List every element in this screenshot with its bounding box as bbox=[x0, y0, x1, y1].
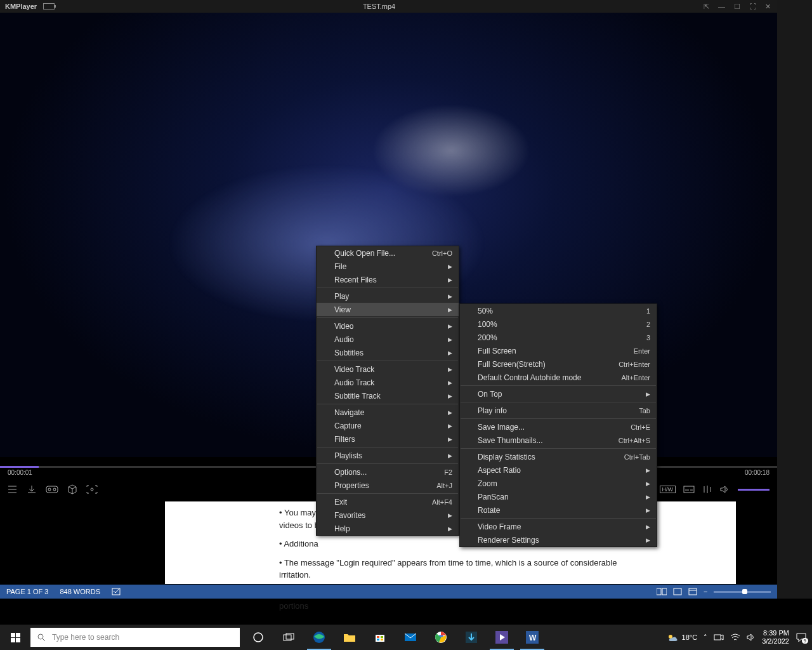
tray-chevron-icon[interactable]: ˄ bbox=[704, 633, 707, 642]
microsoft-store-icon[interactable] bbox=[365, 625, 395, 650]
word-web-layout-icon[interactable] bbox=[688, 588, 697, 595]
view-item-zoom[interactable]: Zoom▶ bbox=[460, 477, 657, 490]
view-item-save-image[interactable]: Save Image...Ctrl+E bbox=[460, 420, 657, 434]
menu-item-help[interactable]: Help▶ bbox=[317, 522, 459, 535]
tray-meet-now-icon[interactable] bbox=[714, 633, 724, 641]
menu-item-subtitles[interactable]: Subtitles▶ bbox=[317, 346, 459, 359]
menu-item-label: PanScan bbox=[478, 493, 509, 501]
menu-item-navigate[interactable]: Navigate▶ bbox=[317, 406, 459, 419]
word-read-mode-icon[interactable] bbox=[657, 588, 667, 595]
menu-item-label: View bbox=[334, 305, 351, 314]
view-item-save-thumbnails[interactable]: Save Thumbnails...Ctrl+Alt+S bbox=[460, 434, 657, 447]
start-button[interactable] bbox=[0, 625, 30, 650]
menu-item-audio-track[interactable]: Audio Track▶ bbox=[317, 376, 459, 389]
menu-item-shortcut: Ctrl+O bbox=[432, 249, 452, 257]
view-item-video-frame[interactable]: Video Frame▶ bbox=[460, 520, 657, 533]
menu-item-recent-files[interactable]: Recent Files▶ bbox=[317, 273, 459, 286]
menu-item-quick-open-file[interactable]: Quick Open File...Ctrl+O bbox=[317, 246, 459, 260]
menu-item-capture[interactable]: Capture▶ bbox=[317, 419, 459, 432]
menu-item-exit[interactable]: ExitAlt+F4 bbox=[317, 495, 459, 508]
view-item-rotate[interactable]: Rotate▶ bbox=[460, 503, 657, 517]
submenu-arrow-icon: ▶ bbox=[448, 512, 452, 519]
edge-browser-icon[interactable] bbox=[304, 625, 334, 650]
menu-item-label: Audio bbox=[334, 335, 354, 344]
menu-item-label: Recent Files bbox=[334, 275, 377, 284]
word-zoom-slider[interactable] bbox=[714, 591, 771, 593]
word-print-layout-icon[interactable] bbox=[673, 588, 682, 595]
view-item-panscan[interactable]: PanScan▶ bbox=[460, 490, 657, 503]
menu-separator bbox=[461, 448, 656, 449]
cortana-icon[interactable] bbox=[244, 625, 273, 650]
view-item-default-control-autohide-mode[interactable]: Default Control Autohide modeAlt+Enter bbox=[460, 371, 657, 384]
equalizer-icon[interactable] bbox=[702, 485, 712, 494]
tray-volume-icon[interactable] bbox=[747, 633, 756, 641]
weather-widget[interactable]: 18°C bbox=[667, 632, 698, 643]
menu-item-play[interactable]: Play▶ bbox=[317, 289, 459, 303]
tray-clock[interactable]: 8:39 PM 3/2/2022 bbox=[762, 629, 789, 646]
playlist-icon[interactable] bbox=[8, 485, 18, 494]
menu-item-view[interactable]: View▶ bbox=[317, 303, 459, 316]
menu-item-label: Video Track bbox=[334, 365, 374, 374]
download-icon[interactable] bbox=[27, 485, 37, 494]
view-item-aspect-ratio[interactable]: Aspect Ratio▶ bbox=[460, 463, 657, 477]
vr-icon[interactable] bbox=[46, 486, 58, 493]
submenu-arrow-icon: ▶ bbox=[448, 323, 452, 329]
fullscreen-icon[interactable]: ⛶ bbox=[749, 3, 756, 11]
kmplayer-taskbar-icon[interactable] bbox=[487, 625, 516, 650]
minimize-icon[interactable]: — bbox=[718, 3, 725, 11]
volume-slider[interactable] bbox=[738, 489, 769, 491]
menu-item-subtitle-track[interactable]: Subtitle Track▶ bbox=[317, 389, 459, 402]
word-page-indicator[interactable]: PAGE 1 OF 3 bbox=[6, 588, 48, 595]
menu-item-filters[interactable]: Filters▶ bbox=[317, 432, 459, 446]
menu-item-video-track[interactable]: Video Track▶ bbox=[317, 362, 459, 376]
close-icon[interactable]: ✕ bbox=[765, 3, 771, 11]
app-icon[interactable] bbox=[457, 625, 486, 650]
menu-item-label: Video bbox=[334, 322, 353, 331]
menu-item-video[interactable]: Video▶ bbox=[317, 319, 459, 333]
tray-date-text: 3/2/2022 bbox=[762, 637, 789, 646]
cube-icon[interactable] bbox=[67, 484, 77, 494]
word-proofing-icon[interactable] bbox=[112, 587, 122, 596]
tray-wifi-icon[interactable] bbox=[730, 633, 740, 641]
volume-icon[interactable] bbox=[720, 485, 730, 494]
tray-time-text: 8:39 PM bbox=[762, 629, 789, 637]
menu-item-playlists[interactable]: Playlists▶ bbox=[317, 449, 459, 462]
maximize-icon[interactable]: ☐ bbox=[734, 3, 740, 11]
view-item-200[interactable]: 200%3 bbox=[460, 331, 657, 344]
taskbar-search-input[interactable]: Type here to search bbox=[30, 628, 240, 647]
submenu-arrow-icon: ▶ bbox=[448, 350, 452, 356]
notifications-icon[interactable]: 9 bbox=[796, 632, 807, 642]
task-view-icon[interactable] bbox=[274, 625, 303, 650]
menu-separator bbox=[317, 493, 458, 494]
view-item-renderer-settings[interactable]: Renderer Settings▶ bbox=[460, 533, 657, 547]
view-item-display-statistics[interactable]: Display StatisticsCtrl+Tab bbox=[460, 450, 657, 463]
search-placeholder-text: Type here to search bbox=[52, 633, 119, 642]
menu-item-label: Default Control Autohide mode bbox=[478, 373, 581, 382]
word-zoom-out-icon[interactable]: − bbox=[704, 588, 707, 595]
view-item-on-top[interactable]: On Top▶ bbox=[460, 387, 657, 401]
svg-rect-38 bbox=[714, 635, 721, 640]
hw-badge-icon[interactable]: H/W bbox=[660, 486, 676, 493]
view-item-50[interactable]: 50%1 bbox=[460, 304, 657, 317]
subtitle-icon[interactable] bbox=[683, 486, 695, 493]
file-explorer-icon[interactable] bbox=[335, 625, 364, 650]
word-word-count[interactable]: 848 WORDS bbox=[60, 588, 100, 595]
chrome-icon[interactable] bbox=[426, 625, 455, 650]
view-item-100[interactable]: 100%2 bbox=[460, 317, 657, 331]
right-edge-background bbox=[777, 0, 812, 599]
menu-item-shortcut: 3 bbox=[646, 334, 650, 342]
focus-icon[interactable] bbox=[86, 485, 98, 494]
menu-item-label: File bbox=[334, 262, 346, 271]
view-item-full-screen[interactable]: Full ScreenEnter bbox=[460, 344, 657, 357]
view-item-play-info[interactable]: Play infoTab bbox=[460, 404, 657, 417]
word-taskbar-icon[interactable]: W bbox=[518, 625, 547, 650]
menu-item-file[interactable]: File▶ bbox=[317, 260, 459, 273]
menu-item-favorites[interactable]: Favorites▶ bbox=[317, 508, 459, 522]
menu-item-audio[interactable]: Audio▶ bbox=[317, 333, 459, 346]
pin-icon[interactable]: ⇱ bbox=[704, 3, 709, 11]
menu-item-options[interactable]: Options...F2 bbox=[317, 465, 459, 479]
view-item-full-screen-stretch[interactable]: Full Screen(Stretch)Ctrl+Enter bbox=[460, 357, 657, 371]
menu-item-properties[interactable]: PropertiesAlt+J bbox=[317, 479, 459, 492]
kmplayer-titlebar[interactable]: KMPlayer TEST.mp4 ⇱ — ☐ ⛶ ✕ bbox=[0, 0, 777, 13]
mail-icon[interactable] bbox=[396, 625, 425, 650]
